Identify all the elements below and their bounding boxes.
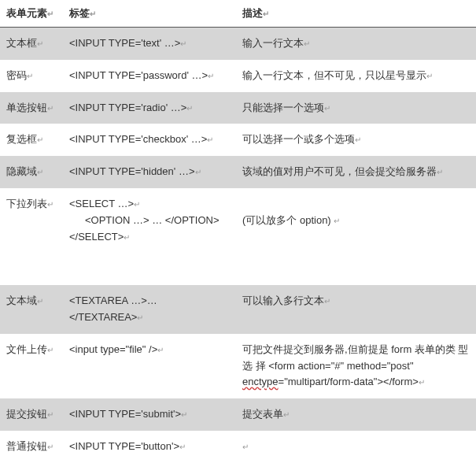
cell-tag: <INPUT TYPE='password' …>↵ [63,60,236,92]
table-header-row: 表单元素↵ 标签↵ 描述↵ [0,0,476,28]
cell-desc: 输入一行文本，但不可见，只以星号显示↵ [236,60,476,92]
header-desc: 描述↵ [236,0,476,28]
cell-tag: <INPUT TYPE='text' …>↵ [63,28,236,60]
cell-desc: 输入一行文本↵ [236,28,476,60]
cell-tag: <INPUT TYPE='submit'>↵ [63,398,236,431]
cell-tag: <input type="file" />↵ [63,334,236,398]
form-elements-table: 表单元素↵ 标签↵ 描述↵ 文本框↵ <INPUT TYPE='text' …>… [0,0,476,452]
cell-tag: <INPUT TYPE='radio' …>↵ [63,92,236,124]
header-element: 表单元素↵ [0,0,63,28]
cell-name: 文本框↵ [0,28,63,60]
table-row: 单选按钮↵ <INPUT TYPE='radio' …>↵ 只能选择一个选项↵ [0,92,476,124]
cell-desc: 可以选择一个或多个选项↵ [236,124,476,156]
table-row: 密码↵ <INPUT TYPE='password' …>↵ 输入一行文本，但不… [0,60,476,92]
cell-desc: (可以放多个 option) ↵ [236,188,476,253]
table-row-spacer [0,253,476,285]
cell-name: 文本域↵ [0,285,63,334]
cell-desc: 可以输入多行文本↵ [236,285,476,334]
cell-tag: <TEXTAREA …>…</TEXTAREA>↵ [63,285,236,334]
cell-name: 密码↵ [0,60,63,92]
cell-tag: <SELECT …>↵ <OPTION …> … </OPTION> </SEL… [63,188,236,253]
cell-tag: <INPUT TYPE='checkbox' …>↵ [63,124,236,156]
cell-desc: 该域的值对用户不可见，但会提交给服务器↵ [236,156,476,188]
cell-name: 文件上传↵ [0,334,63,398]
table-row: 普通按钮↵ <INPUT TYPE='button'>↵ ↵ [0,431,476,452]
table-row: 文本框↵ <INPUT TYPE='text' …>↵ 输入一行文本↵ [0,28,476,60]
cell-name: 复选框↵ [0,124,63,156]
cell-name: 隐藏域↵ [0,156,63,188]
table-row: 隐藏域↵ <INPUT TYPE='hidden' …>↵ 该域的值对用户不可见… [0,156,476,188]
cell-name: 普通按钮↵ [0,431,63,452]
cell-name: 下拉列表↵ [0,188,63,253]
table-row-select: 下拉列表↵ <SELECT …>↵ <OPTION …> … </OPTION>… [0,188,476,253]
cell-desc: 可把文件提交到服务器,但前提是 form 表单的类 型 选 择 <form ac… [236,334,476,398]
cell-tag: <INPUT TYPE='hidden' …>↵ [63,156,236,188]
cell-desc: 提交表单↵ [236,398,476,431]
table-row: 提交按钮↵ <INPUT TYPE='submit'>↵ 提交表单↵ [0,398,476,431]
cell-desc: ↵ [236,431,476,452]
cell-tag: <INPUT TYPE='button'>↵ [63,431,236,452]
table-row: 文本域↵ <TEXTAREA …>…</TEXTAREA>↵ 可以输入多行文本↵ [0,285,476,334]
table-row-file: 文件上传↵ <input type="file" />↵ 可把文件提交到服务器,… [0,334,476,398]
header-tag: 标签↵ [63,0,236,28]
cell-name: 提交按钮↵ [0,398,63,431]
cell-desc: 只能选择一个选项↵ [236,92,476,124]
table-row: 复选框↵ <INPUT TYPE='checkbox' …>↵ 可以选择一个或多… [0,124,476,156]
cell-name: 单选按钮↵ [0,92,63,124]
